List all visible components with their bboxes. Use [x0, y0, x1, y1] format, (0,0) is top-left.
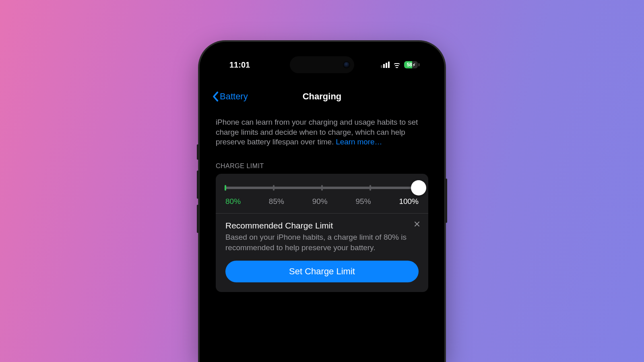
intro-text: iPhone can learn from your charging and … [216, 117, 428, 147]
charging-bolt-icon: ⚡︎ [413, 63, 415, 67]
content: iPhone can learn from your charging and … [207, 117, 437, 362]
set-charge-limit-button[interactable]: Set Charge Limit [225, 261, 419, 282]
section-header-charge-limit: CHARGE LIMIT [216, 162, 428, 170]
slider-tick-80 [225, 185, 226, 191]
recommendation-title: Recommended Charge Limit [225, 221, 419, 230]
slider-tick-95 [369, 185, 371, 191]
clock: 11:01 [229, 60, 250, 70]
learn-more-link[interactable]: Learn more… [336, 138, 382, 146]
back-button[interactable]: Battery [212, 91, 248, 102]
slider-thumb[interactable] [411, 180, 426, 195]
navigation-bar: Battery Charging [207, 87, 437, 106]
volume-down-button [197, 205, 199, 233]
dynamic-island [290, 56, 354, 73]
close-button[interactable] [411, 218, 423, 230]
front-camera-icon [343, 61, 350, 68]
scale-100: 100% [399, 197, 419, 206]
iphone-frame: 11:01 58⚡︎ Battery Charging [198, 40, 446, 362]
scale-90: 90% [312, 197, 328, 206]
volume-up-button [197, 171, 199, 199]
intro-body: iPhone can learn from your charging and … [216, 118, 418, 146]
screen: 11:01 58⚡︎ Battery Charging [207, 49, 437, 362]
scale-85: 85% [269, 197, 284, 206]
close-icon [414, 221, 420, 227]
charge-limit-slider[interactable] [225, 187, 419, 189]
action-button [197, 144, 199, 160]
recommendation-body: Based on your iPhone habits, a charge li… [225, 232, 419, 253]
page-title: Charging [303, 91, 342, 102]
scale-95: 95% [356, 197, 371, 206]
battery-percent-text: 58 [407, 62, 412, 68]
charge-limit-card: 80% 85% 90% 95% 100% Recommended Charge … [216, 174, 428, 292]
battery-indicator: 58⚡︎ [404, 61, 419, 68]
scale-80: 80% [225, 197, 241, 206]
slider-tick-90 [321, 185, 323, 191]
side-button [445, 179, 447, 223]
back-label: Battery [220, 91, 248, 102]
recommendation-panel: Recommended Charge Limit Based on your i… [216, 214, 428, 292]
slider-tick-85 [273, 185, 275, 191]
slider-scale: 80% 85% 90% 95% 100% [225, 197, 419, 206]
chevron-left-icon [212, 91, 219, 102]
wifi-icon [393, 62, 401, 68]
cellular-icon [381, 62, 390, 68]
